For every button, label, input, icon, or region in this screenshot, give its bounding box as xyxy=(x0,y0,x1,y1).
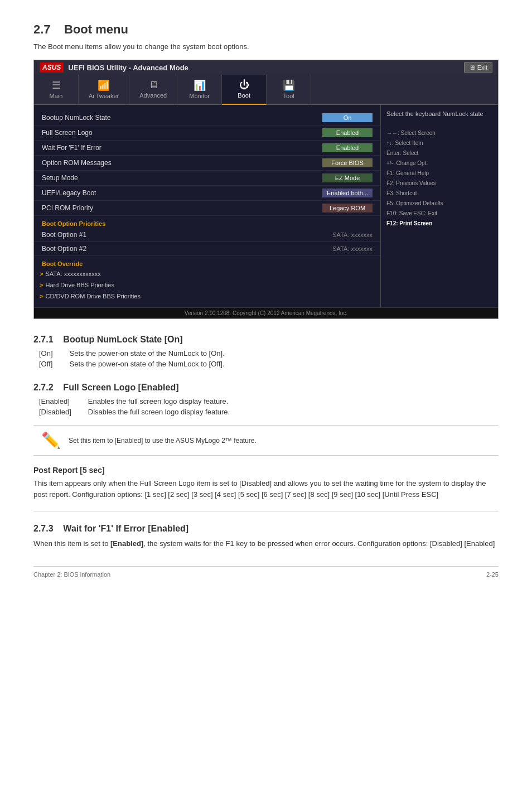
bios-nav-tool[interactable]: 💾Tool xyxy=(267,75,311,104)
boot-override-row[interactable]: >Hard Drive BBS Priorities xyxy=(34,279,380,291)
advanced-icon: 🖥 xyxy=(148,79,158,91)
post-report-title: Post Report [5 sec] xyxy=(33,466,499,475)
def-desc: Sets the power-on state of the NumLock t… xyxy=(70,349,225,360)
bios-nav-monitor[interactable]: 📊Monitor xyxy=(177,75,222,104)
bios-brand: ASUS UEFI BIOS Utility - Advanced Mode xyxy=(40,62,188,73)
setting-label: Option ROM Messages xyxy=(42,159,322,167)
definition-row: [Enabled]Enables the full screen logo di… xyxy=(39,397,230,408)
setting-label: UEFI/Legacy Boot xyxy=(42,189,322,197)
section-title: 2.7 Boot menu xyxy=(33,22,499,37)
divider xyxy=(33,511,499,511)
bios-setting-row[interactable]: Bootup NumLock StateOn xyxy=(34,110,380,125)
boot-icon: ⏻ xyxy=(239,79,249,91)
footer-right: 2-25 xyxy=(486,571,499,578)
def-term: [Off] xyxy=(39,360,70,370)
setting-label: PCI ROM Priority xyxy=(42,204,322,212)
bios-nav-boot[interactable]: ⏻Boot xyxy=(222,75,267,105)
keybind-item: →←: Select Screen xyxy=(386,128,492,138)
keybind-item: F10: Save ESC: Exit xyxy=(386,209,492,219)
boot-option-value: SATA: xxxxxxx xyxy=(332,231,373,238)
boot-override-row[interactable]: >SATA: xxxxxxxxxxxx xyxy=(34,268,380,279)
setting-label: Bootup NumLock State xyxy=(42,114,322,122)
bios-keybinds: →←: Select Screen↑↓: Select ItemEnter: S… xyxy=(386,128,492,229)
keybind-highlight: F12: Print Screen xyxy=(386,220,432,226)
bios-help-panel: Select the keyboard NumLock state →←: Se… xyxy=(381,105,498,307)
main-label: Main xyxy=(50,93,63,99)
monitor-icon: 📊 xyxy=(194,79,206,91)
keybind-item: ↑↓: Select Item xyxy=(386,138,492,148)
keybind-item: F3: Shortcut xyxy=(386,189,492,199)
def-desc: Sets the power-on state of the NumLock t… xyxy=(70,360,225,370)
monitor-label: Monitor xyxy=(189,93,210,99)
bios-help-text: Select the keyboard NumLock state xyxy=(386,110,492,117)
bios-setting-row[interactable]: Wait For 'F1' If ErrorEnabled xyxy=(34,141,380,156)
boot-override-row[interactable]: >CD/DVD ROM Drive BBS Priorities xyxy=(34,291,380,302)
definition-row: [On]Sets the power-on state of the NumLo… xyxy=(39,349,225,360)
bios-setting-row[interactable]: Full Screen LogoEnabled xyxy=(34,125,380,141)
setting-label: Setup Mode xyxy=(42,174,322,182)
bios-exit-button[interactable]: 🖥 Exit xyxy=(464,62,492,73)
def-term: [Disabled] xyxy=(39,408,88,418)
bios-nav-main[interactable]: ☰Main xyxy=(34,75,79,104)
keybind-item: Enter: Select xyxy=(386,148,492,158)
sub271-definitions: [On]Sets the power-on state of the NumLo… xyxy=(39,349,225,370)
bios-setting-row[interactable]: Setup ModeEZ Mode xyxy=(34,171,380,186)
tool-label: Tool xyxy=(283,93,294,99)
boot-label: Boot xyxy=(238,92,250,99)
bios-setting-row[interactable]: PCI ROM PriorityLegacy ROM xyxy=(34,201,380,216)
post-report-text: This item appears only when the Full Scr… xyxy=(33,478,499,500)
boot-option-label: Boot Option #1 xyxy=(42,231,332,239)
bios-nav: ☰Main📶Ai Tweaker🖥Advanced📊Monitor⏻Boot💾T… xyxy=(34,75,498,105)
keybind-item: F12: Print Screen xyxy=(386,219,492,229)
setting-value: EZ Mode xyxy=(322,173,373,182)
boot-option-row[interactable]: Boot Option #2SATA: xxxxxxx xyxy=(34,242,380,256)
bios-version: Version 2.10.1208. Copyright (C) 2012 Am… xyxy=(34,307,498,318)
bios-main-area: Bootup NumLock StateOnFull Screen LogoEn… xyxy=(34,105,498,307)
setting-label: Wait For 'F1' If Error xyxy=(42,144,322,152)
setting-value: Enabled both... xyxy=(322,189,373,197)
keybind-item: F1: General Help xyxy=(386,168,492,178)
override-label: SATA: xxxxxxxxxxxx xyxy=(45,270,100,277)
subsection-271-title: 2.7.1 Bootup NumLock State [On] xyxy=(33,335,499,345)
ai-tweaker-label: Ai Tweaker xyxy=(89,93,119,99)
def-term: [Enabled] xyxy=(39,397,88,408)
asus-logo: ASUS xyxy=(40,62,64,73)
section-intro: The Boot menu items allow you to change … xyxy=(33,42,499,51)
override-label: CD/DVD ROM Drive BBS Priorities xyxy=(45,293,141,299)
subsection-273-title: 2.7.3 Wait for 'F1' If Error [Enabled] xyxy=(33,524,499,534)
bios-nav-advanced[interactable]: 🖥Advanced xyxy=(129,75,177,104)
setting-value: Enabled xyxy=(322,128,373,137)
exit-label: Exit xyxy=(477,64,487,71)
boot-option-value: SATA: xxxxxxx xyxy=(332,245,373,252)
keybind-item: F2: Previous Values xyxy=(386,178,492,189)
setting-label: Full Screen Logo xyxy=(42,129,322,137)
sub272-definitions: [Enabled]Enables the full screen logo di… xyxy=(39,397,230,418)
definition-row: [Off]Sets the power-on state of the NumL… xyxy=(39,360,225,370)
keybind-item: +/-: Change Opt. xyxy=(386,158,492,168)
def-term: [On] xyxy=(39,349,70,360)
advanced-label: Advanced xyxy=(139,92,167,99)
def-desc: Disables the full screen logo display fe… xyxy=(88,408,230,418)
boot-override-header: Boot Override xyxy=(34,256,380,268)
boot-option-row[interactable]: Boot Option #1SATA: xxxxxxx xyxy=(34,228,380,242)
sub273-text: When this item is set to [Enabled], the … xyxy=(33,538,499,549)
def-desc: Enables the full screen logo display fea… xyxy=(88,397,230,408)
setting-value: Legacy ROM xyxy=(322,204,373,212)
bios-settings-panel: Bootup NumLock StateOnFull Screen LogoEn… xyxy=(34,105,381,307)
definition-row: [Disabled]Disables the full screen logo … xyxy=(39,408,230,418)
override-arrow: > xyxy=(40,270,43,277)
tool-icon: 💾 xyxy=(283,79,295,91)
bios-setting-row[interactable]: UEFI/Legacy BootEnabled both... xyxy=(34,186,380,201)
override-label: Hard Drive BBS Priorities xyxy=(45,282,114,288)
ai-tweaker-icon: 📶 xyxy=(98,79,110,91)
bios-nav-ai-tweaker[interactable]: 📶Ai Tweaker xyxy=(79,75,129,104)
note-text: Set this item to [Enabled] to use the AS… xyxy=(69,437,257,445)
override-arrow: > xyxy=(40,293,43,299)
bios-setting-row[interactable]: Option ROM MessagesForce BIOS xyxy=(34,156,380,171)
footer-left: Chapter 2: BIOS information xyxy=(33,571,110,578)
keybind-item: F5: Optimized Defaults xyxy=(386,199,492,209)
note-icon: ✏️ xyxy=(41,431,61,450)
setting-value: Enabled xyxy=(322,143,373,152)
bios-title: UEFI BIOS Utility - Advanced Mode xyxy=(68,64,188,72)
main-icon: ☰ xyxy=(52,79,61,91)
